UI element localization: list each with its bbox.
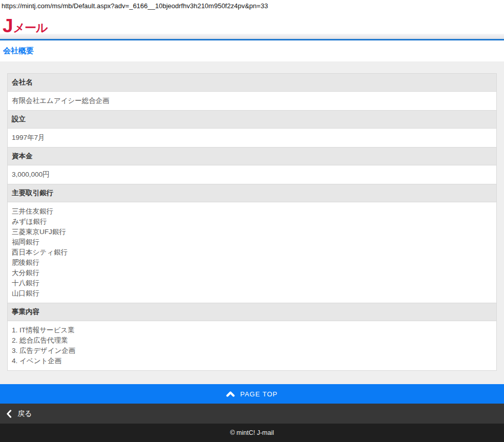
table-value-row: 1997年7月	[8, 129, 497, 148]
chevron-up-icon	[226, 391, 235, 397]
page-top-label: PAGE TOP	[240, 390, 277, 398]
table-value-row: 3,000,000円	[8, 165, 497, 184]
company-overview-table: 会社名有限会社エムアイシー総合企画設立1997年7月資本金3,000,000円主…	[7, 73, 497, 371]
logo-mail-text: メール	[13, 22, 48, 34]
chevron-left-icon	[6, 410, 12, 418]
table-value-cell: 有限会社エムアイシー総合企画	[8, 92, 497, 111]
page-top-button[interactable]: PAGE TOP	[0, 384, 504, 404]
jmail-logo[interactable]: J メール	[3, 18, 48, 34]
table-value-row: 三井住友銀行みずほ銀行三菱東京UFJ銀行福岡銀行西日本シティ銀行肥後銀行大分銀行…	[8, 202, 497, 303]
table-header-cell: 設立	[8, 111, 497, 129]
content-area: 会社名有限会社エムアイシー総合企画設立1997年7月資本金3,000,000円主…	[0, 61, 504, 384]
copyright-text: © mintC! J-mail	[230, 429, 274, 436]
page-url-text: https://mintj.com/ms/mb/Default.aspx?adv…	[0, 0, 504, 11]
header-gradient-band	[0, 34, 504, 39]
table-section-header-row: 資本金	[8, 148, 497, 165]
table-header-cell: 資本金	[8, 148, 497, 165]
table-section-header-row: 会社名	[8, 74, 497, 92]
back-label: 戻る	[17, 409, 32, 418]
site-header: J メール	[0, 11, 504, 34]
table-header-cell: 事業内容	[8, 303, 497, 321]
table-value-cell: 1. IT情報サービス業2. 総合広告代理業3. 広告デザイン企画4. イベント…	[8, 321, 497, 371]
table-value-row: 1. IT情報サービス業2. 総合広告代理業3. 広告デザイン企画4. イベント…	[8, 321, 497, 371]
table-section-header-row: 設立	[8, 111, 497, 129]
logo-j-glyph: J	[3, 18, 13, 34]
table-section-header-row: 事業内容	[8, 303, 497, 321]
table-section-header-row: 主要取引銀行	[8, 184, 497, 202]
table-header-cell: 主要取引銀行	[8, 184, 497, 202]
table-value-cell: 1997年7月	[8, 129, 497, 148]
table-value-cell: 三井住友銀行みずほ銀行三菱東京UFJ銀行福岡銀行西日本シティ銀行肥後銀行大分銀行…	[8, 202, 497, 303]
table-header-cell: 会社名	[8, 74, 497, 92]
company-table-body: 会社名有限会社エムアイシー総合企画設立1997年7月資本金3,000,000円主…	[8, 74, 497, 371]
table-value-row: 有限会社エムアイシー総合企画	[8, 92, 497, 111]
site-footer: © mintC! J-mail	[0, 424, 504, 442]
page-title-row: 会社概要	[0, 40, 504, 61]
page-title: 会社概要	[3, 46, 34, 55]
back-button[interactable]: 戻る	[0, 404, 504, 424]
table-value-cell: 3,000,000円	[8, 165, 497, 184]
